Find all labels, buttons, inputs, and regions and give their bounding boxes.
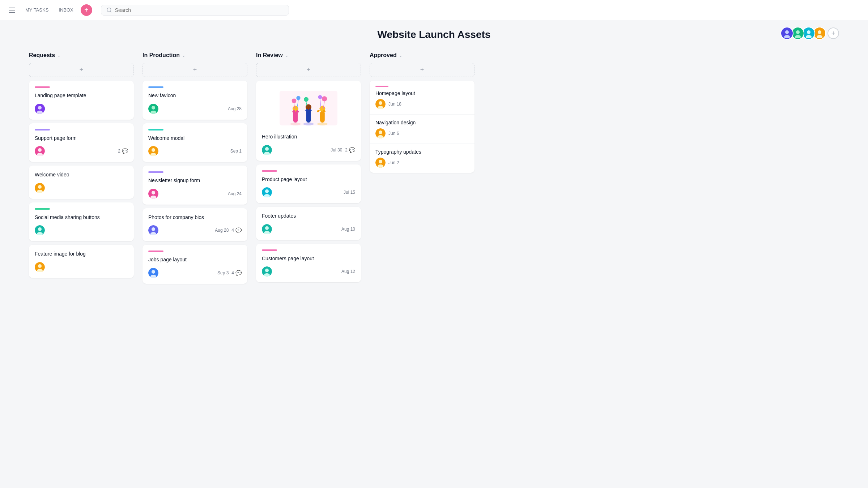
comment-count: 4 (231, 270, 234, 275)
card-meta: Sep 3 4 💬 (217, 270, 242, 276)
avatar-1[interactable] (780, 27, 793, 40)
in-production-add-button[interactable]: + (142, 63, 247, 77)
card-accent (262, 249, 277, 251)
card-accent (262, 170, 277, 172)
card-customers-page-layout[interactable]: Customers page layout Aug 12 (256, 244, 361, 283)
card-avatar (35, 262, 45, 272)
card-title: Newsletter signup form (148, 177, 242, 184)
requests-add-button[interactable]: + (29, 63, 134, 77)
card-date: Aug 28 (228, 106, 242, 111)
card-footer: Aug 28 (148, 104, 242, 114)
approved-chevron-icon[interactable]: ⌄ (399, 53, 403, 58)
comment-icon: 💬 (235, 270, 242, 276)
card-date: Aug 28 (215, 228, 229, 233)
card-avatar (262, 224, 272, 234)
search-input[interactable] (115, 7, 284, 13)
card-footer (35, 104, 128, 114)
svg-point-71 (265, 147, 269, 151)
comment-icon: 💬 (122, 148, 128, 154)
card-accent (35, 86, 50, 88)
card-avatar (148, 268, 158, 278)
card-meta: Jun 18 (375, 99, 469, 109)
card-avatar (35, 146, 45, 156)
card-jobs-page-layout[interactable]: Jobs page layout Sep 3 4 💬 (142, 245, 247, 284)
card-comments: 4 💬 (231, 227, 242, 233)
svg-point-66 (322, 96, 327, 101)
card-welcome-modal[interactable]: Welcome modal Sep 1 (142, 123, 247, 162)
card-date: Jun 2 (388, 160, 399, 165)
svg-point-42 (152, 270, 155, 274)
card-footer-updates[interactable]: Footer updates Aug 10 (256, 207, 361, 240)
svg-point-36 (152, 191, 155, 194)
comment-count: 2 (118, 149, 120, 154)
card-avatar (262, 266, 272, 277)
card-homepage-layout[interactable]: Homepage layout Jun 18 (370, 81, 475, 114)
card-meta: 2 💬 (118, 148, 128, 154)
card-footer: Jul 30 2 💬 (262, 145, 355, 155)
svg-point-50 (292, 99, 297, 103)
card-footer: Aug 28 4 💬 (148, 225, 242, 235)
column-title-approved: Approved (370, 52, 397, 59)
card-accent (35, 208, 50, 210)
card-footer (35, 183, 128, 193)
in-review-chevron-icon[interactable]: ⌄ (285, 53, 289, 58)
card-title: Footer updates (262, 213, 355, 220)
card-avatar (148, 104, 158, 114)
svg-point-15 (38, 106, 42, 110)
svg-rect-46 (293, 111, 298, 123)
card-footer: Jul 15 (262, 187, 355, 197)
card-title: Hero illustration (262, 133, 355, 141)
requests-chevron-icon[interactable]: ⌄ (57, 53, 61, 58)
comment-count: 4 (231, 228, 234, 233)
card-comments: 4 💬 (231, 270, 242, 276)
card-landing-page-template[interactable]: Landing page template (29, 81, 134, 120)
card-date: Jul 15 (344, 190, 355, 195)
card-meta: Aug 10 (341, 227, 355, 232)
card-avatar (375, 99, 386, 109)
card-hero-illustration[interactable]: Hero illustration Jul 30 2 💬 (256, 81, 361, 161)
card-product-page-layout[interactable]: Product page layout Jul 15 (256, 164, 361, 204)
card-welcome-video[interactable]: Welcome video (29, 166, 134, 199)
card-feature-image-for-blog[interactable]: Feature image for blog (29, 245, 134, 278)
card-navigation-design[interactable]: Navigation design Jun 6 (370, 115, 475, 144)
inbox-link[interactable]: INBOX (54, 5, 77, 15)
card-footer: 2 💬 (35, 146, 128, 156)
card-meta: Aug 28 (228, 106, 242, 111)
svg-point-83 (379, 101, 382, 105)
hamburger-menu[interactable] (6, 5, 18, 16)
svg-point-89 (379, 160, 382, 163)
column-header-in-review: In Review ⌄ (256, 52, 361, 59)
column-header-requests: Requests ⌄ (29, 52, 134, 59)
card-photos-for-company-bios[interactable]: Photos for company bios Aug 28 4 💬 (142, 208, 247, 241)
approved-add-button[interactable]: + (370, 63, 475, 77)
column-in-production: In Production ⌄ + New favicon Aug 28 Wel… (142, 52, 247, 287)
svg-point-74 (265, 189, 269, 193)
card-social-media-sharing-buttons[interactable]: Social media sharing buttons (29, 202, 134, 241)
svg-point-30 (152, 106, 155, 110)
svg-point-33 (152, 148, 155, 152)
card-accent (35, 129, 50, 130)
comment-icon: 💬 (235, 227, 242, 233)
svg-point-77 (265, 226, 269, 230)
svg-point-3 (785, 30, 789, 34)
column-header-approved: Approved ⌄ (370, 52, 475, 59)
card-comments: 2 💬 (345, 147, 355, 153)
column-title-in-production: In Production (142, 52, 180, 59)
global-add-button[interactable]: + (81, 4, 92, 16)
column-approved: Approved ⌄ + Homepage layout Jun 18 Navi… (370, 52, 475, 173)
card-support-page-form[interactable]: Support page form 2 💬 (29, 123, 134, 162)
card-date: Jul 30 (331, 147, 342, 153)
card-footer (35, 262, 128, 272)
svg-line-1 (110, 11, 111, 12)
svg-point-9 (807, 30, 810, 34)
in-production-chevron-icon[interactable]: ⌄ (182, 53, 186, 58)
card-title: Welcome video (35, 171, 128, 179)
in-review-add-button[interactable]: + (256, 63, 361, 77)
card-typography-updates[interactable]: Typography updates Jun 2 (370, 144, 475, 173)
my-tasks-link[interactable]: MY TASKS (21, 5, 53, 15)
nav-links: MY TASKS INBOX (21, 5, 78, 15)
card-date: Aug 10 (341, 227, 355, 232)
add-member-button[interactable]: + (827, 27, 839, 39)
card-newsletter-signup-form[interactable]: Newsletter signup form Aug 24 (142, 166, 247, 205)
card-new-favicon[interactable]: New favicon Aug 28 (142, 81, 247, 120)
